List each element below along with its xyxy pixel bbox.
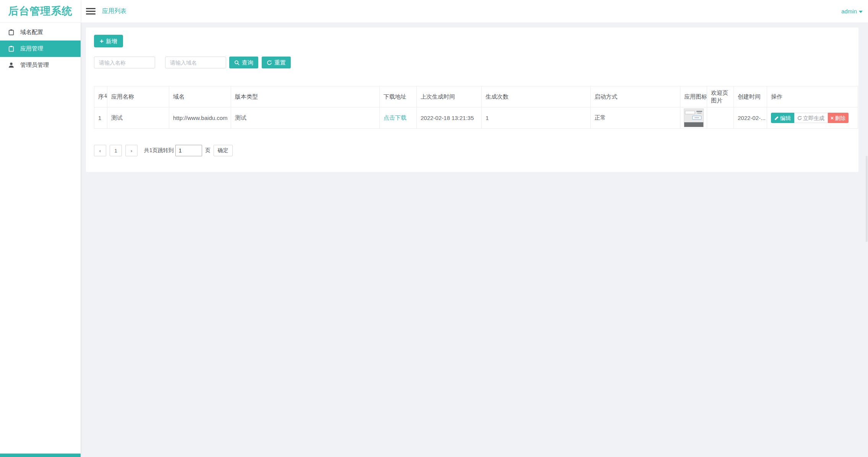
clipboard-icon	[8, 29, 15, 36]
pagination: ‹ 1 › 共1页跳转到 页 确定	[94, 145, 858, 156]
sidebar: 后台管理系统 域名配置 应用管理 管理员管理	[0, 0, 81, 457]
next-page-button[interactable]: ›	[125, 145, 138, 156]
col-header-actions: 操作	[767, 86, 858, 107]
sidebar-item-domain-config[interactable]: 域名配置	[0, 24, 81, 41]
sidebar-menu: 域名配置 应用管理 管理员管理	[0, 23, 81, 73]
add-button-label: 新增	[106, 38, 117, 44]
generate-now-label: 立即生成	[803, 115, 824, 121]
col-header-download-url: 下载地址	[380, 86, 417, 107]
query-button-label: 查询	[242, 60, 253, 65]
row-action-group: 编辑 立即生成 × 删除	[771, 113, 854, 123]
confirm-jump-button[interactable]: 确定	[214, 145, 233, 156]
cell-download: 点击下载	[380, 107, 417, 129]
app-icon-thumbnail[interactable]	[684, 109, 703, 127]
scrollbar-thumb[interactable]	[866, 156, 868, 242]
col-header-welcome-image: 欢迎页图片	[707, 86, 734, 107]
add-button[interactable]: + 新增	[94, 35, 123, 47]
user-dropdown[interactable]: admin	[841, 8, 863, 15]
page-unit-label: 页	[205, 147, 211, 154]
delete-button[interactable]: × 删除	[828, 113, 849, 123]
sidebar-item-label: 应用管理	[20, 45, 43, 52]
sidebar-item-label: 域名配置	[20, 29, 43, 36]
col-header-created-at: 创建时间	[734, 86, 767, 107]
cell-actions: 编辑 立即生成 × 删除	[767, 107, 858, 129]
cell-version-type: 测试	[231, 107, 380, 129]
username: admin	[841, 8, 857, 15]
col-header-domain: 域名	[169, 86, 231, 107]
download-link[interactable]: 点击下载	[384, 114, 406, 121]
refresh-icon	[797, 116, 802, 120]
col-header-launch-mode: 启动方式	[591, 86, 680, 107]
edit-pencil-icon	[774, 116, 779, 120]
query-button[interactable]: 查询	[229, 57, 258, 68]
edit-button[interactable]: 编辑	[771, 113, 794, 123]
col-header-last-generated: 上次生成时间	[417, 86, 482, 107]
main-content-area: + 新增 查询 重置	[81, 23, 868, 457]
col-header-app-icon: 应用图标	[680, 86, 707, 107]
cell-launch-mode: 正常	[591, 107, 680, 129]
cell-domain: http://www.baidu.com	[169, 107, 231, 129]
cell-welcome-image	[707, 107, 734, 129]
table-row: 1 测试 http://www.baidu.com 测试 点击下载 2022-0…	[94, 107, 858, 129]
page-number-button[interactable]: 1	[110, 145, 122, 156]
app-list-card: + 新增 查询 重置	[86, 28, 858, 172]
col-header-app-name: 应用名称	[107, 86, 169, 107]
reset-button-label: 重置	[274, 60, 286, 65]
sidebar-item-admin-management[interactable]: 管理员管理	[0, 57, 81, 73]
sidebar-bottom-accent	[0, 454, 81, 457]
delete-button-label: 删除	[835, 115, 845, 121]
reset-button[interactable]: 重置	[262, 57, 291, 68]
cell-last-generated: 2022-02-18 13:21:35	[417, 107, 482, 129]
refresh-icon	[267, 60, 272, 65]
applications-table: 序号 应用名称 域名 版本类型 下载地址 上次生成时间 生成次数 启动方式 应用…	[94, 86, 858, 129]
page-jump-input[interactable]	[175, 145, 202, 156]
cell-app-name: 测试	[107, 107, 169, 129]
cell-created-at: 2022-02-...	[734, 107, 767, 129]
col-header-version-type: 版本类型	[231, 86, 380, 107]
topbar: 应用列表 admin	[81, 0, 868, 23]
sidebar-item-label: 管理员管理	[20, 62, 49, 69]
cell-index: 1	[94, 107, 107, 129]
chevron-down-icon	[859, 11, 863, 13]
domain-search-input[interactable]	[165, 57, 226, 68]
col-header-generate-count: 生成次数	[482, 86, 591, 107]
table-header-row: 序号 应用名称 域名 版本类型 下载地址 上次生成时间 生成次数 启动方式 应用…	[94, 86, 858, 107]
cell-app-icon	[680, 107, 707, 129]
generate-now-button[interactable]: 立即生成	[794, 113, 828, 123]
col-header-index: 序号	[94, 86, 107, 107]
edit-button-label: 编辑	[780, 115, 791, 121]
cell-generate-count: 1	[482, 107, 591, 129]
breadcrumb: 应用列表	[102, 7, 126, 15]
user-icon	[8, 62, 15, 68]
search-toolbar: 查询 重置	[94, 57, 858, 68]
page-summary-text: 共1页跳转到	[144, 147, 174, 154]
hamburger-menu-icon[interactable]	[86, 6, 96, 16]
plus-icon: +	[100, 38, 104, 44]
prev-page-button[interactable]: ‹	[94, 145, 106, 156]
clipboard-icon	[8, 45, 15, 52]
search-icon	[234, 60, 240, 65]
close-icon: ×	[831, 115, 834, 121]
app-brand-title: 后台管理系统	[0, 0, 81, 23]
name-search-input[interactable]	[94, 57, 155, 68]
sidebar-item-app-management[interactable]: 应用管理	[0, 41, 81, 57]
